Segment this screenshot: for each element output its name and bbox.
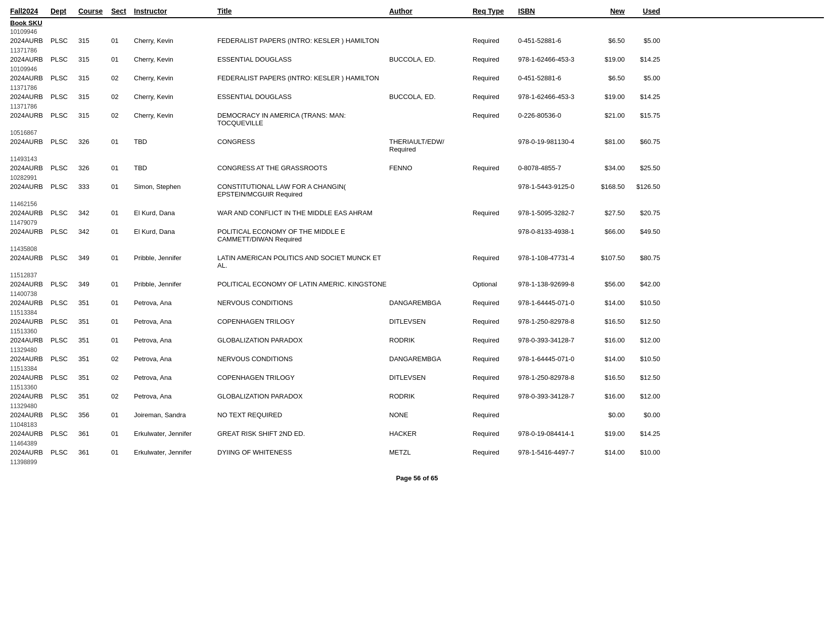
cell-sect: 01: [111, 430, 134, 437]
sku-only-row: 11398899: [10, 458, 824, 466]
cell-author: BUCCOLA, ED.: [389, 56, 473, 63]
cell-title: DYIING OF WHITENESS: [217, 449, 389, 456]
cell-sect: 02: [111, 374, 134, 381]
cell-fall: 2024AURB: [10, 318, 51, 325]
table-row: 115133842024AURBPLSC35101Petrova, AnaCOP…: [10, 309, 824, 326]
cell-dept: PLSC: [51, 430, 78, 437]
list-item: 2024AURBPLSC34201El Kurd, DanaPOLITICAL …: [10, 227, 824, 244]
cell-dept: PLSC: [51, 138, 78, 145]
cell-new: $19.00: [591, 93, 627, 101]
cell-dept: PLSC: [51, 449, 78, 456]
cell-course: 315: [78, 56, 111, 63]
table-row: 102829912024AURBPLSC33301Simon, StephenC…: [10, 174, 824, 199]
table-row: 105168672024AURBPLSC32601TBDCONGRESSTHER…: [10, 129, 824, 154]
table-row: 110481832024AURBPLSC36101Erkulwater, Jen…: [10, 421, 824, 438]
cell-reqtype: Required: [473, 56, 518, 63]
cell-used: $14.25: [627, 93, 662, 101]
cell-instructor: Cherry, Kevin: [134, 112, 217, 119]
cell-used: $42.00: [627, 280, 662, 288]
cell-reqtype: Required: [473, 37, 518, 44]
list-item: 2024AURBPLSC34201El Kurd, DanaWAR AND CO…: [10, 208, 824, 218]
cell-dept: PLSC: [51, 93, 78, 101]
cell-isbn: 0-226-80536-0: [518, 112, 591, 119]
cell-reqtype: Required: [473, 93, 518, 101]
cell-sect: 02: [111, 355, 134, 363]
cell-dept: PLSC: [51, 411, 78, 419]
cell-dept: PLSC: [51, 318, 78, 325]
list-item: 2024AURBPLSC31501Cherry, KevinFEDERALIST…: [10, 36, 824, 45]
sku-number: 11329480: [10, 346, 824, 354]
table-row: 101099462024AURBPLSC31501Cherry, KevinFE…: [10, 28, 824, 45]
cell-used: $10.50: [627, 355, 662, 363]
table-row: 115133602024AURBPLSC35101Petrova, AnaGLO…: [10, 327, 824, 345]
cell-title: GREAT RISK SHIFT 2ND ED.: [217, 430, 389, 437]
cell-title: NERVOUS CONDITIONS: [217, 299, 389, 307]
cell-author: METZL: [389, 449, 473, 456]
cell-title: POLITICAL ECONOMY OF THE MIDDLE E CAMMET…: [217, 228, 389, 243]
cell-fall: 2024AURB: [10, 37, 51, 44]
cell-isbn: 978-1-5095-3282-7: [518, 209, 591, 217]
cell-course: 315: [78, 37, 111, 44]
cell-fall: 2024AURB: [10, 112, 51, 119]
data-rows-container: 101099462024AURBPLSC31501Cherry, KevinFE…: [10, 28, 824, 466]
cell-reqtype: Required: [473, 374, 518, 381]
cell-new: $21.00: [591, 112, 627, 119]
cell-sect: 01: [111, 449, 134, 456]
cell-title: FEDERALIST PAPERS (INTRO: KESLER ) HAMIL…: [217, 37, 389, 44]
cell-reqtype: Required: [473, 209, 518, 217]
cell-instructor: Erkulwater, Jennifer: [134, 430, 217, 437]
book-sku-label: Book SKU: [10, 19, 42, 27]
cell-used: $12.50: [627, 318, 662, 325]
cell-author: RODRIK: [389, 392, 473, 400]
cell-sect: 01: [111, 164, 134, 172]
sku-number: 11513360: [10, 383, 824, 391]
cell-reqtype: Required: [473, 254, 518, 262]
cell-reqtype: Required: [473, 336, 518, 344]
list-item: 2024AURBPLSC36101Erkulwater, JenniferGRE…: [10, 429, 824, 438]
cell-course: 342: [78, 228, 111, 235]
cell-author: DITLEVSEN: [389, 318, 473, 325]
cell-fall: 2024AURB: [10, 374, 51, 381]
cell-new: $16.00: [591, 336, 627, 344]
list-item: 2024AURBPLSC35102Petrova, AnaCOPENHAGEN …: [10, 373, 824, 382]
cell-used: $12.00: [627, 392, 662, 400]
sku-number: 10516867: [10, 129, 824, 137]
cell-fall: 2024AURB: [10, 355, 51, 363]
cell-instructor: Petrova, Ana: [134, 374, 217, 381]
cell-dept: PLSC: [51, 299, 78, 307]
table-row: 114643892024AURBPLSC36101Erkulwater, Jen…: [10, 439, 824, 457]
list-item: 2024AURBPLSC32601TBDCONGRESS AT THE GRAS…: [10, 163, 824, 173]
list-item: 2024AURBPLSC35101Petrova, AnaGLOBALIZATI…: [10, 335, 824, 345]
cell-course: 361: [78, 449, 111, 456]
cell-used: $0.00: [627, 411, 662, 419]
cell-instructor: Joireman, Sandra: [134, 411, 217, 419]
cell-instructor: Petrova, Ana: [134, 392, 217, 400]
cell-new: $81.00: [591, 138, 627, 145]
cell-fall: 2024AURB: [10, 74, 51, 82]
sku-number: 11462156: [10, 200, 824, 208]
cell-new: $56.00: [591, 280, 627, 288]
cell-fall: 2024AURB: [10, 183, 51, 190]
cell-new: $107.50: [591, 254, 627, 262]
cell-instructor: Cherry, Kevin: [134, 74, 217, 82]
cell-fall: 2024AURB: [10, 254, 51, 262]
col-header-author: Author: [389, 7, 473, 15]
cell-title: FEDERALIST PAPERS (INTRO: KESLER ) HAMIL…: [217, 74, 389, 82]
table-row: 113717862024AURBPLSC31501Cherry, KevinES…: [10, 46, 824, 64]
table-row: 114007382024AURBPLSC35101Petrova, AnaNER…: [10, 290, 824, 308]
cell-title: CONSTITUTIONAL LAW FOR A CHANGIN( EPSTEI…: [217, 183, 389, 198]
cell-used: $10.00: [627, 449, 662, 456]
sku-number: 10109946: [10, 65, 824, 73]
cell-new: $14.00: [591, 355, 627, 363]
cell-dept: PLSC: [51, 280, 78, 288]
cell-used: $15.75: [627, 112, 662, 119]
cell-title: WAR AND CONFLICT IN THE MIDDLE EAS AHRAM: [217, 209, 389, 217]
cell-reqtype: Required: [473, 299, 518, 307]
cell-reqtype: Required: [473, 449, 518, 456]
cell-title: DEMOCRACY IN AMERICA (TRANS: MAN: TOCQUE…: [217, 112, 389, 127]
cell-new: $16.50: [591, 374, 627, 381]
cell-course: 351: [78, 374, 111, 381]
cell-dept: PLSC: [51, 336, 78, 344]
cell-course: 326: [78, 164, 111, 172]
table-row: 114931432024AURBPLSC32601TBDCONGRESS AT …: [10, 155, 824, 173]
